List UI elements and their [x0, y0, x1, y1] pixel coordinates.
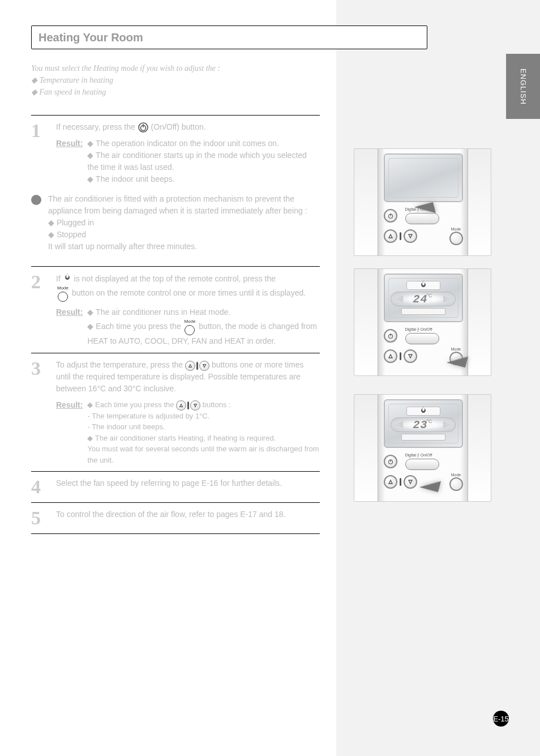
- temp-down-button[interactable]: [404, 229, 417, 243]
- step-number: 4: [31, 477, 48, 497]
- lcd-temp-display: 24°C: [391, 292, 456, 306]
- temp-down-button[interactable]: [404, 349, 417, 363]
- svg-marker-3: [189, 364, 192, 367]
- mode-label: Mode: [451, 227, 461, 231]
- thermometer-icon: [400, 352, 401, 360]
- divider: [31, 533, 320, 534]
- step-number: 5: [31, 509, 48, 528]
- lcd-screen: [384, 153, 463, 202]
- step-number: 2: [31, 272, 48, 347]
- step1-result-3: ◆ The indoor unit beeps.: [87, 173, 320, 185]
- step-5: 5 To control the direction of the air fl…: [31, 509, 320, 528]
- svg-marker-17: [389, 480, 392, 484]
- digital-onoff-button[interactable]: [405, 459, 439, 470]
- divider: [31, 502, 320, 503]
- lcd-fan-bar: [401, 434, 445, 441]
- temp-down-button[interactable]: [404, 475, 417, 489]
- note-protection: The air conditioner is fitted with a pro…: [31, 193, 320, 253]
- page-title: Heating Your Room: [38, 31, 143, 44]
- step3-result-1: ◆ Each time you press the: [87, 400, 174, 409]
- remote-illustration-1: Digital ⨍ On/Off Mode: [354, 148, 491, 256]
- mode-button[interactable]: [449, 477, 463, 491]
- temp-up-button[interactable]: [384, 475, 397, 489]
- step3-result-5: You must wait for several seconds until …: [87, 443, 320, 465]
- digital-onoff-button[interactable]: [405, 333, 439, 344]
- step1-text-b: (On/Off) button.: [151, 122, 206, 131]
- step-2: 2 If is not displayed at the top of the …: [31, 272, 320, 347]
- language-tab: ENGLISH: [506, 54, 540, 119]
- divider: [31, 115, 320, 116]
- digital-onoff-label: Digital ⨍ On/Off: [405, 453, 432, 458]
- main-content: You must select the Heating mode if you …: [31, 62, 320, 540]
- heat-icon: [419, 405, 428, 417]
- step3-result-3: - The indoor unit beeps.: [87, 421, 320, 433]
- lcd-screen: 24°C: [384, 274, 463, 322]
- lcd-mode-indicator: [406, 281, 440, 290]
- step2-text-c: button on the remote control one or more…: [72, 288, 306, 297]
- temp-up-button[interactable]: [384, 229, 397, 243]
- thermometer-icon: [400, 478, 401, 486]
- mode-button[interactable]: [449, 232, 463, 245]
- step-number: 3: [31, 359, 48, 465]
- temp-buttons-icon: [176, 400, 200, 411]
- lcd-temp-display: 23°C: [391, 417, 456, 432]
- digital-onoff-label: Digital ⨍ On/Off: [405, 327, 432, 332]
- mode-button-icon: Mode: [184, 318, 195, 335]
- page-number: E-15: [493, 711, 509, 727]
- lcd-fan-bar: [401, 308, 445, 315]
- step-3: 3 To adjust the temperature, press the b…: [31, 359, 320, 465]
- mode-label: Mode: [451, 347, 461, 351]
- heat-icon: [63, 274, 74, 283]
- svg-marker-9: [389, 234, 392, 238]
- divider: [31, 353, 320, 353]
- svg-marker-18: [409, 480, 412, 484]
- step2-text: If: [56, 274, 61, 283]
- result-label: Result:: [56, 399, 83, 465]
- step3-text-d: between 16°C and 30°C inclusive.: [56, 384, 176, 393]
- step3-result-1b: buttons :: [203, 400, 231, 409]
- step3-result-2: - The temperature is adjusted by 1°C.: [87, 411, 320, 422]
- power-icon: [138, 122, 149, 133]
- svg-marker-10: [409, 234, 412, 238]
- result-label: Result:: [56, 138, 83, 185]
- lcd-screen: 23°C: [384, 399, 463, 448]
- temp-up-button[interactable]: [384, 349, 397, 363]
- step1-result-2: ◆ The air conditioner starts up in the m…: [87, 150, 320, 173]
- step-number: 1: [31, 121, 48, 185]
- svg-marker-6: [194, 404, 197, 407]
- step2-text-b: is not displayed at the top of the remot…: [74, 274, 276, 283]
- remote-illustration-2: 24°C Digital ⨍ On/Off Mode: [354, 268, 491, 376]
- svg-marker-4: [203, 364, 206, 367]
- mode-button-icon: Mode: [57, 285, 68, 302]
- power-button[interactable]: [384, 329, 397, 343]
- divider: [31, 266, 320, 267]
- step5-text: To control the direction of the air flow…: [56, 509, 320, 528]
- mode-label: Mode: [451, 473, 461, 477]
- temp-buttons-icon: [185, 361, 209, 371]
- step3-text-c: until the required temperature is displa…: [56, 372, 301, 381]
- remote-illustration-3: 23°C Digital ⨍ On/Off Mode: [354, 394, 491, 502]
- page-title-box: Heating Your Room: [31, 25, 427, 49]
- step1-text: If necessary, press the: [56, 122, 135, 131]
- power-button[interactable]: [384, 209, 397, 223]
- svg-marker-5: [180, 404, 183, 407]
- step1-result-1: ◆ The operation indicator on the indoor …: [87, 138, 320, 150]
- bullet-icon: [31, 195, 41, 205]
- svg-marker-13: [389, 354, 392, 358]
- step-1: 1 If necessary, press the (On/Off) butto…: [31, 121, 320, 185]
- result-label: Result:: [56, 306, 83, 347]
- svg-marker-14: [409, 354, 412, 358]
- thermometer-icon: [400, 232, 401, 240]
- step4-text: Select the fan speed by referring to pag…: [56, 477, 320, 497]
- step3-result-4: ◆ The air conditioner starts Heating, if…: [87, 433, 320, 444]
- step3-text: To adjust the temperature, press the: [56, 360, 183, 369]
- intro-text: You must select the Heating mode if you …: [31, 62, 320, 98]
- divider: [31, 471, 320, 472]
- step2-result-2: ◆ Each time you press the: [87, 322, 181, 331]
- language-tab-label: ENGLISH: [519, 68, 528, 104]
- step3-text-b: buttons one or more times: [212, 360, 304, 369]
- lcd-mode-indicator: [406, 407, 440, 416]
- step2-result-1: ◆ The air conditioner runs in Heat mode.: [87, 306, 320, 318]
- heat-icon: [419, 280, 428, 291]
- power-button[interactable]: [384, 455, 397, 468]
